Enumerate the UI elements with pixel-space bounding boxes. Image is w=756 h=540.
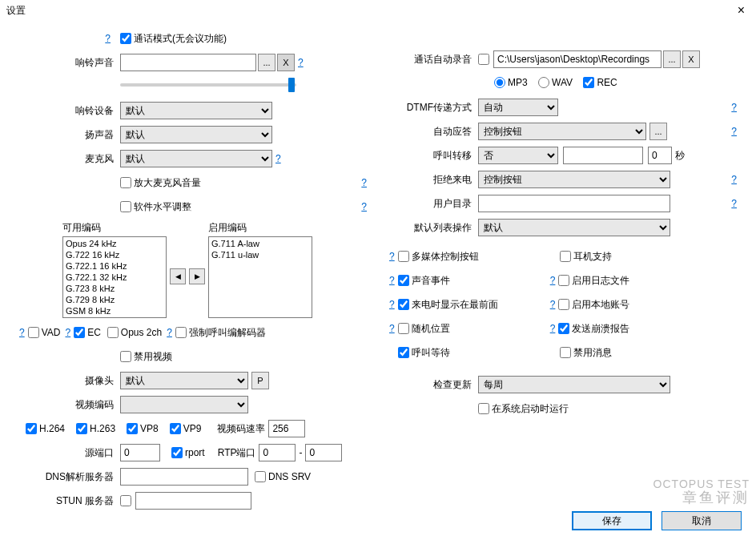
record-path-input[interactable]: [493, 50, 662, 68]
close-icon[interactable]: ×: [733, 3, 750, 18]
reject-select[interactable]: 控制按钮: [478, 171, 670, 188]
ec-checkbox[interactable]: EC: [74, 327, 101, 338]
enable-log-checkbox[interactable]: 启用日志文件: [558, 274, 629, 288]
ring-device-label: 响铃设备: [16, 104, 120, 118]
amplify-mic-checkbox[interactable]: 放大麦克风音量: [120, 176, 201, 190]
multimedia-checkbox[interactable]: 多媒体控制按钮: [398, 250, 558, 264]
seconds-label: 秒: [675, 149, 685, 163]
call-mode-checkbox[interactable]: 通话模式(无会议功能): [120, 32, 227, 46]
default-list-select[interactable]: 默认: [478, 219, 670, 236]
move-left-button[interactable]: ◀: [170, 268, 186, 284]
user-dir-input[interactable]: [478, 195, 670, 212]
rtp-port-a-input[interactable]: [259, 444, 296, 461]
help-link[interactable]: ?: [272, 153, 284, 164]
enabled-codecs-list[interactable]: G.711 A-law G.711 u-law: [208, 236, 312, 318]
speaker-select[interactable]: 默认: [120, 126, 272, 143]
volume-slider[interactable]: [120, 83, 296, 87]
speaker-label: 扬声器: [16, 128, 120, 142]
random-pos-checkbox[interactable]: 随机位置: [398, 322, 545, 336]
help-link[interactable]: ?: [547, 323, 559, 334]
clear-button[interactable]: X: [682, 50, 700, 68]
help-link[interactable]: ?: [358, 201, 370, 212]
call-waiting-checkbox[interactable]: 呼叫等待: [398, 346, 558, 360]
help-link[interactable]: ?: [728, 198, 740, 209]
ring-device-select[interactable]: 默认: [120, 102, 272, 119]
vp9-checkbox[interactable]: VP9: [170, 423, 202, 434]
help-link[interactable]: ?: [16, 327, 28, 338]
enable-local-checkbox[interactable]: 启用本地账号: [558, 298, 629, 312]
vad-checkbox[interactable]: VAD: [28, 327, 61, 338]
check-update-select[interactable]: 每周: [478, 376, 670, 393]
rec-checkbox[interactable]: REC: [583, 77, 617, 88]
send-crash-checkbox[interactable]: 发送崩溃报告: [558, 322, 629, 336]
forward-seconds-input[interactable]: [648, 147, 672, 164]
dns-srv-checkbox[interactable]: DNS SRV: [255, 471, 311, 482]
video-codec-select[interactable]: [120, 396, 248, 413]
help-link[interactable]: ?: [163, 327, 175, 338]
mp3-radio[interactable]: MP3: [494, 77, 528, 88]
auto-answer-label: 自动应答: [386, 125, 478, 139]
preview-button[interactable]: P: [251, 372, 269, 389]
help-link[interactable]: ?: [358, 177, 370, 188]
more-button[interactable]: ...: [649, 123, 667, 140]
clear-button[interactable]: X: [277, 54, 295, 71]
stun-enable-checkbox[interactable]: [120, 495, 134, 506]
help-link[interactable]: ?: [295, 57, 307, 68]
run-on-startup-checkbox[interactable]: 在系统启动时运行: [478, 402, 569, 416]
list-item[interactable]: G.729 8 kHz: [64, 294, 165, 305]
vp8-checkbox[interactable]: VP8: [127, 423, 159, 434]
list-item[interactable]: Opus 24 kHz: [64, 238, 165, 249]
save-button[interactable]: 保存: [572, 511, 652, 530]
show-front-checkbox[interactable]: 来电时显示在最前面: [398, 298, 545, 312]
h263-checkbox[interactable]: H.263: [76, 423, 115, 434]
cancel-button[interactable]: 取消: [662, 511, 742, 530]
dns-input[interactable]: [120, 468, 248, 486]
disable-video-checkbox[interactable]: 禁用视频: [120, 350, 172, 364]
dtmf-select[interactable]: 自动: [478, 99, 558, 116]
list-item[interactable]: G.722.1 32 kHz: [64, 272, 165, 283]
sound-events-checkbox[interactable]: 声音事件: [398, 274, 545, 288]
disable-msg-checkbox[interactable]: 禁用消息: [560, 346, 612, 360]
list-item[interactable]: G.722 16 kHz: [64, 249, 165, 260]
help-link[interactable]: ?: [728, 102, 740, 113]
list-item[interactable]: GSM 8 kHz: [64, 305, 165, 316]
auto-record-checkbox[interactable]: [478, 54, 492, 65]
list-item[interactable]: G.711 u-law: [210, 249, 311, 260]
call-forward-select[interactable]: 否: [478, 147, 558, 164]
video-bitrate-input[interactable]: [268, 420, 305, 437]
list-item[interactable]: G.711 A-law: [210, 238, 311, 249]
forward-number-input[interactable]: [563, 147, 643, 164]
ring-sound-input[interactable]: [120, 54, 256, 71]
camera-select[interactable]: 默认: [120, 372, 248, 389]
rport-checkbox[interactable]: rport: [171, 447, 205, 458]
help-link[interactable]: ?: [386, 251, 398, 262]
auto-record-label: 通话自动录音: [386, 53, 478, 66]
help-link[interactable]: ?: [547, 299, 559, 310]
opus2ch-checkbox[interactable]: Opus 2ch: [107, 327, 162, 338]
rtp-port-b-input[interactable]: [305, 444, 342, 461]
source-port-input[interactable]: [120, 444, 160, 461]
browse-button[interactable]: ...: [258, 54, 275, 71]
help-link[interactable]: ?: [386, 275, 398, 286]
software-level-checkbox[interactable]: 软件水平调整: [120, 200, 191, 214]
move-right-button[interactable]: ▶: [189, 268, 205, 284]
help-link[interactable]: ?: [386, 323, 398, 334]
force-codec-checkbox[interactable]: 强制呼叫编解码器: [175, 326, 266, 340]
help-link[interactable]: ?: [728, 126, 740, 137]
headset-checkbox[interactable]: 耳机支持: [560, 250, 612, 264]
help-link[interactable]: ?: [547, 275, 559, 286]
auto-answer-select[interactable]: 控制按钮: [478, 123, 646, 140]
help-link[interactable]: ?: [62, 327, 74, 338]
video-codec-label: 视频编码: [16, 398, 120, 412]
available-codecs-list[interactable]: Opus 24 kHz G.722 16 kHz G.722.1 16 kHz …: [62, 236, 167, 318]
wav-radio[interactable]: WAV: [538, 77, 573, 88]
stun-input[interactable]: [135, 492, 251, 510]
help-link[interactable]: ?: [386, 299, 398, 310]
h264-checkbox[interactable]: H.264: [26, 423, 65, 434]
help-link[interactable]: ?: [102, 33, 114, 44]
browse-button[interactable]: ...: [663, 50, 681, 68]
list-item[interactable]: G.722.1 16 kHz: [64, 260, 165, 272]
list-item[interactable]: G.723 8 kHz: [64, 283, 165, 294]
help-link[interactable]: ?: [728, 174, 740, 185]
mic-select[interactable]: 默认: [120, 150, 272, 167]
